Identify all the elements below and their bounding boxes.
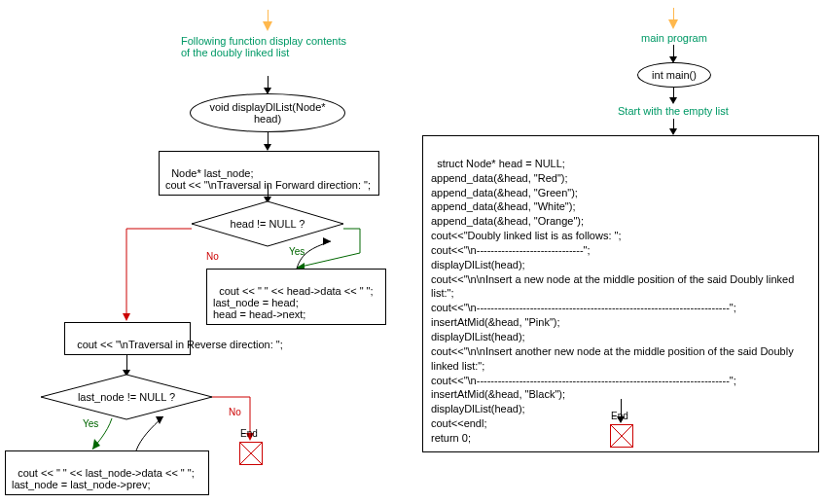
main-header-text: int main()	[652, 69, 697, 81]
cond2-no-label: No	[229, 407, 241, 417]
entry-arrow-line-right	[673, 8, 674, 19]
yesblock1-rect: cout << " " << head->data << " "; last_n…	[206, 269, 386, 325]
cond1-yes-label: Yes	[289, 246, 305, 257]
end-label-left: End	[240, 428, 258, 439]
cond1-text: head != NULL ?	[231, 218, 305, 230]
connector-r2-arrow	[669, 97, 677, 104]
cond2-yes-label: Yes	[83, 418, 98, 429]
end-box-left	[239, 442, 263, 465]
svg-marker-3	[123, 313, 130, 321]
main-code-text: struct Node* head = NULL; append_data(&h…	[431, 158, 797, 444]
yesblock1-text: cout << " " << head->data << " "; last_n…	[213, 285, 374, 320]
func-header-ellipse: void displayDlList(Node* head)	[190, 93, 345, 132]
cond1-no-label: No	[206, 251, 219, 262]
left-comment: Following function display contents of t…	[181, 35, 356, 58]
entry-arrow-left	[263, 21, 272, 31]
svg-marker-5	[92, 439, 100, 450]
cond1-diamond: head != NULL ?	[229, 204, 306, 243]
cond2-text: last_node != NULL ?	[78, 391, 175, 403]
main-header-ellipse: int main()	[637, 62, 711, 88]
entry-arrow-line-left	[268, 10, 269, 21]
end-box-right	[610, 424, 633, 448]
right-comment-start: Start with the empty list	[618, 105, 729, 117]
noblock1-rect: cout << "\nTraversal in Reverse directio…	[64, 322, 191, 355]
cond2-diamond: last_node != NULL ?	[83, 378, 170, 416]
entry-arrow-right	[668, 19, 678, 29]
right-comment-top: main program	[641, 32, 707, 44]
block1-rect: Node* last_node; cout << "\nTraversal in…	[159, 151, 379, 196]
func-header-text: void displayDlList(Node* head)	[198, 101, 337, 125]
yesblock2-rect: cout << " " << last_node->data << " "; l…	[5, 450, 209, 495]
noblock1-text: cout << "\nTraversal in Reverse directio…	[77, 339, 283, 350]
yesblock2-text: cout << " " << last_node->data << " "; l…	[12, 467, 195, 490]
connector-r3-arrow	[669, 128, 677, 135]
end-label-right: End	[611, 411, 628, 421]
connector-2-arrow	[264, 144, 271, 151]
